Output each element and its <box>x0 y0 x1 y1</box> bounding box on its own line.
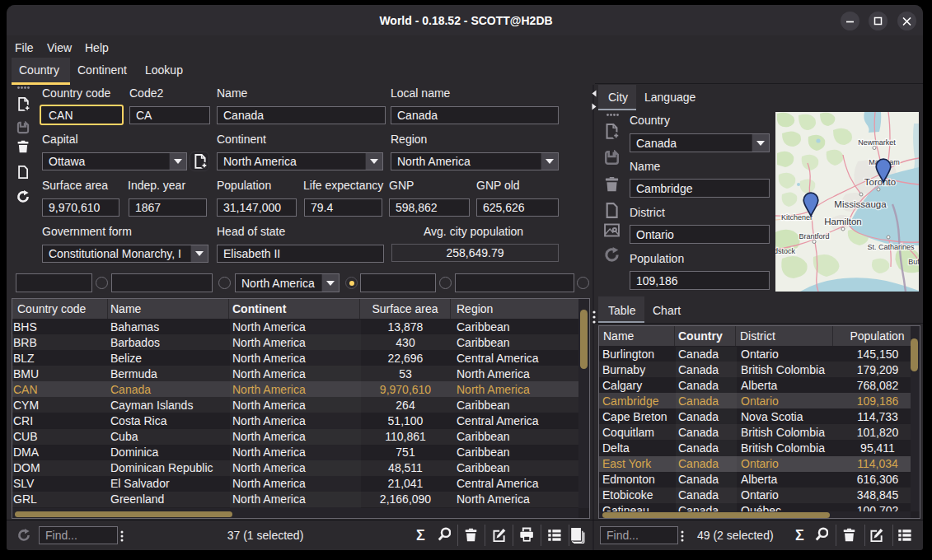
svg-text:dstock: dstock <box>775 247 796 255</box>
svg-text:Toronto: Toronto <box>864 177 896 187</box>
svg-text:Brantford: Brantford <box>799 232 829 240</box>
svg-text:Hamilton: Hamilton <box>824 217 861 226</box>
svg-text:Kitchener: Kitchener <box>781 213 813 222</box>
svg-text:Newmarket: Newmarket <box>858 138 896 147</box>
svg-text:Mississauga: Mississauga <box>834 199 887 209</box>
svg-text:St. Catharines: St. Catharines <box>867 243 915 251</box>
svg-text:Buf: Buf <box>908 258 919 266</box>
